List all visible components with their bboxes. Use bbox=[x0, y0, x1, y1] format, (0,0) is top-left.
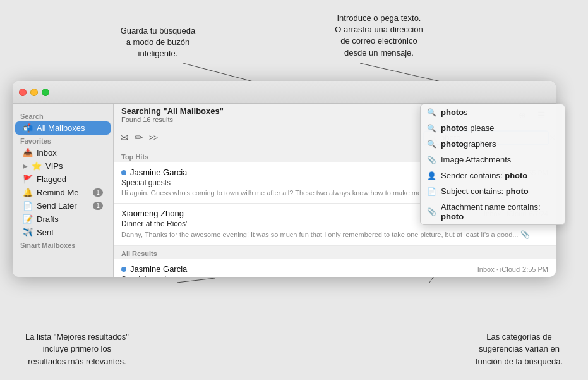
annotation-top-right: Introduce o pega texto. O arrastra una d… bbox=[303, 13, 455, 59]
dropdown-item-subject-contains[interactable]: 📄 Subject contains: photo bbox=[421, 183, 565, 199]
sidebar-item-remind-me[interactable]: 🔔 Remind Me 1 bbox=[15, 186, 111, 199]
search-suggestion-icon: 🔍 bbox=[427, 108, 436, 117]
unread-indicator bbox=[121, 267, 126, 272]
send-later-icon: 📄 bbox=[23, 201, 33, 211]
remind-me-label: Remind Me bbox=[37, 188, 78, 197]
inbox-icon: 📥 bbox=[23, 148, 33, 157]
mailbox-icon: 📬 bbox=[23, 123, 33, 133]
remind-me-badge: 1 bbox=[93, 188, 103, 197]
sidebar-item-flagged[interactable]: 🚩 Flagged bbox=[15, 173, 111, 186]
all-results-header: All Results bbox=[114, 246, 556, 259]
favorites-section-title: Favorites bbox=[13, 135, 113, 146]
sidebar-item-inbox[interactable]: 📥 Inbox bbox=[15, 146, 111, 159]
dropdown-text: photographers bbox=[441, 139, 496, 149]
all-mailboxes-label: All Mailboxes bbox=[37, 123, 85, 133]
smart-mailboxes-section-title: Smart Mailboxes bbox=[13, 239, 113, 250]
toolbar-icons: ✉ ✏ bbox=[120, 132, 143, 144]
maximize-button[interactable] bbox=[42, 89, 49, 96]
vips-chevron-icon: ▶ bbox=[23, 162, 28, 169]
annotation-bottom-right: Las categorías de sugerencias varían en … bbox=[476, 331, 563, 368]
message-subject: Special guests bbox=[121, 275, 548, 277]
dropdown-text: Subject contains: photo bbox=[441, 187, 529, 196]
dropdown-item-attachment-name[interactable]: 📎 Attachment name contains: photo bbox=[421, 199, 565, 224]
message-from: Xiaomeng Zhong bbox=[121, 209, 184, 218]
table-row[interactable]: Jasmine Garcia Inbox · iCloud 2:55 PM Sp… bbox=[114, 259, 556, 277]
attachment-suggestion-icon: 📎 bbox=[427, 156, 436, 164]
flagged-icon: 🚩 bbox=[23, 175, 33, 184]
message-mailbox: Inbox · iCloud bbox=[477, 266, 520, 273]
attachment-icon: 📎 bbox=[520, 230, 530, 239]
sidebar-item-vips[interactable]: ▶ ⭐ VIPs bbox=[15, 159, 111, 173]
svg-line-2 bbox=[177, 278, 215, 283]
sidebar-item-all-mailboxes[interactable]: 📬 All Mailboxes bbox=[15, 121, 111, 135]
search-dropdown: 🔍 photos 🔍 photos please 🔍 photographers… bbox=[420, 104, 565, 225]
dropdown-text: Sender contains: photo bbox=[441, 171, 527, 180]
message-from: Jasmine Garcia bbox=[121, 168, 187, 177]
inbox-label: Inbox bbox=[37, 148, 57, 157]
sidebar: Search 📬 All Mailboxes Favorites 📥 Inbox… bbox=[13, 104, 114, 277]
drafts-label: Drafts bbox=[37, 214, 59, 224]
more-button[interactable]: >> bbox=[149, 133, 158, 142]
remind-me-icon: 🔔 bbox=[23, 188, 33, 197]
message-header: Jasmine Garcia Inbox · iCloud 2:55 PM bbox=[121, 264, 548, 274]
title-bar bbox=[13, 81, 556, 104]
sender-suggestion-icon: 👤 bbox=[427, 171, 436, 180]
search-suggestion-icon: 🔍 bbox=[427, 140, 436, 149]
compose-icon[interactable]: ✉ bbox=[120, 132, 128, 144]
flagged-label: Flagged bbox=[37, 175, 66, 184]
message-from: Jasmine Garcia bbox=[121, 264, 187, 274]
message-preview: Danny, Thanks for the awesome evening! I… bbox=[121, 230, 548, 240]
vips-label: VIPs bbox=[45, 161, 63, 171]
send-later-badge: 1 bbox=[93, 202, 103, 210]
unread-indicator bbox=[121, 170, 126, 175]
new-message-icon[interactable]: ✏ bbox=[135, 132, 143, 144]
attachment-name-icon: 📎 bbox=[427, 207, 436, 216]
dropdown-text: photos bbox=[441, 107, 468, 117]
annotation-top-left: Guarda tu búsqueda a modo de buzón intel… bbox=[107, 25, 208, 60]
vips-icon: ⭐ bbox=[32, 161, 42, 171]
search-suggestion-icon: 🔍 bbox=[427, 124, 436, 133]
dropdown-item-photos[interactable]: 🔍 photos bbox=[421, 104, 565, 120]
search-section-title: Search bbox=[13, 110, 113, 121]
message-time: 2:55 PM bbox=[522, 266, 548, 273]
sidebar-item-sent[interactable]: ✈️ Sent bbox=[15, 226, 111, 239]
dropdown-item-sender-contains[interactable]: 👤 Sender contains: photo bbox=[421, 168, 565, 183]
sent-icon: ✈️ bbox=[23, 228, 33, 237]
dropdown-item-image-attachments[interactable]: 📎 Image Attachments bbox=[421, 152, 565, 168]
close-button[interactable] bbox=[19, 89, 27, 96]
dropdown-text: Attachment name contains: photo bbox=[441, 202, 558, 221]
dropdown-item-photographers[interactable]: 🔍 photographers bbox=[421, 136, 565, 152]
message-meta: Inbox · iCloud 2:55 PM bbox=[477, 266, 548, 273]
annotation-bottom-left: La lista "Mejores resultados" incluye pr… bbox=[25, 331, 129, 368]
traffic-lights bbox=[19, 89, 49, 96]
dropdown-text: Image Attachments bbox=[441, 155, 511, 164]
subject-suggestion-icon: 📄 bbox=[427, 187, 436, 196]
dropdown-item-photos-please[interactable]: 🔍 photos please bbox=[421, 120, 565, 136]
send-later-label: Send Later bbox=[37, 201, 77, 211]
drafts-icon: 📝 bbox=[23, 214, 33, 224]
sent-label: Sent bbox=[37, 228, 54, 237]
sidebar-item-drafts[interactable]: 📝 Drafts bbox=[15, 212, 111, 226]
dropdown-text: photos please bbox=[441, 123, 495, 133]
minimize-button[interactable] bbox=[30, 89, 38, 96]
sidebar-item-send-later[interactable]: 📄 Send Later 1 bbox=[15, 199, 111, 212]
